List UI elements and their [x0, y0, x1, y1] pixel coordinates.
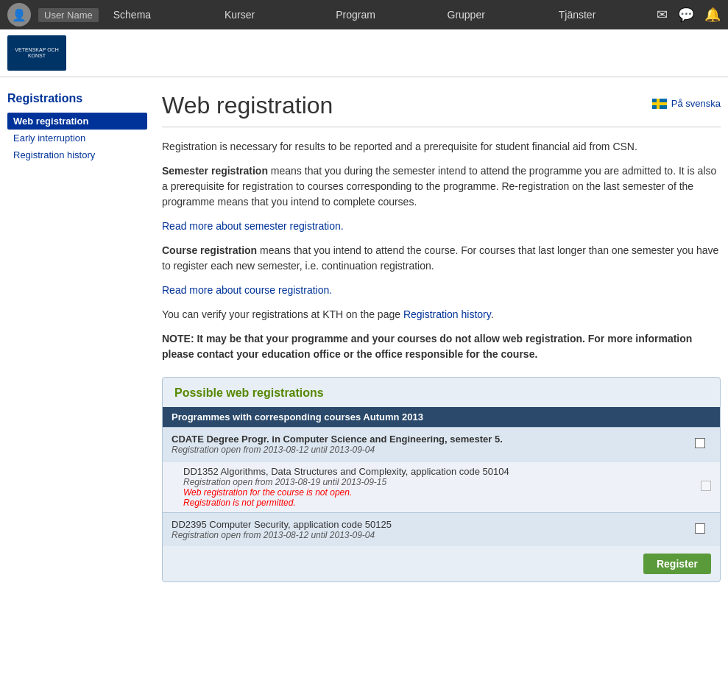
course2-details: DD2395 Computer Security, application co… — [163, 513, 680, 547]
course1-error1: Web registration for the course is not o… — [183, 487, 671, 498]
nav-schema[interactable]: Schema — [113, 9, 211, 21]
sidebar-title: Registrations — [7, 92, 147, 105]
logobar: VETENSKAP OCH KONST — [0, 29, 728, 77]
content-body: Registration is necessary for results to… — [162, 139, 721, 582]
mail-icon[interactable]: ✉ — [657, 7, 668, 23]
read-semester-link[interactable]: Read more about semester registration. — [162, 220, 344, 232]
possible-registrations-box: Possible web registrations Programmes wi… — [162, 377, 721, 582]
course1-dates: Registration open from 2013-08-19 until … — [183, 477, 671, 487]
sidebar-item-web-registration[interactable]: Web registration — [7, 113, 147, 130]
bell-icon[interactable]: 🔔 — [704, 7, 721, 23]
verify-end: . — [491, 308, 494, 320]
course-paragraph: Course registration means that you inten… — [162, 243, 721, 274]
nav-grupper[interactable]: Grupper — [448, 9, 545, 21]
note-paragraph: NOTE: It may be that your programme and … — [162, 331, 721, 362]
registration-table: Programmes with corresponding courses Au… — [163, 407, 720, 546]
read-course-link-para: Read more about course registration. — [162, 283, 721, 298]
read-course-link[interactable]: Read more about course registration. — [162, 284, 332, 296]
logo-text: VETENSKAP OCH KONST — [10, 47, 63, 60]
main-container: Registrations Web registration Early int… — [0, 77, 728, 597]
programme-details: CDATE Degree Progr. in Computer Science … — [163, 428, 680, 462]
nav-links: Schema Kurser Program Grupper Tjänster — [113, 9, 657, 21]
avatar: 👤 — [7, 3, 31, 26]
sweden-flag-icon — [652, 99, 667, 109]
programme-checkbox-cell — [680, 428, 720, 462]
table-header: Programmes with corresponding courses Au… — [163, 407, 720, 428]
kth-logo: VETENSKAP OCH KONST — [7, 35, 66, 71]
user-name: User Name — [38, 8, 99, 22]
programme-name: CDATE Degree Progr. in Computer Science … — [172, 434, 671, 445]
language-label: På svenska — [671, 98, 721, 109]
content-area: Web registration På svenska Registration… — [162, 92, 721, 582]
verify-text: You can verify your registrations at KTH… — [162, 308, 403, 320]
course2-checkbox-cell — [680, 513, 720, 547]
course1-error2: Registration is not permitted. — [183, 498, 671, 508]
course2-checkbox[interactable] — [695, 523, 705, 534]
nav-kurser[interactable]: Kurser — [225, 9, 322, 21]
intro-paragraph: Registration is necessary for results to… — [162, 139, 721, 155]
registration-history-link[interactable]: Registration history — [403, 308, 491, 320]
sidebar-item-registration-history[interactable]: Registration history — [7, 146, 147, 163]
content-header: Web registration På svenska — [162, 92, 721, 127]
table-row: CDATE Degree Progr. in Computer Science … — [163, 428, 720, 462]
topnav-icons: ✉ 💬 🔔 — [657, 7, 721, 23]
verify-paragraph: You can verify your registrations at KTH… — [162, 307, 721, 322]
read-semester-link-para: Read more about semester registration. — [162, 219, 721, 234]
reg-footer: Register — [163, 546, 720, 581]
language-switch[interactable]: På svenska — [652, 98, 721, 109]
course2-name: DD2395 Computer Security, application co… — [172, 519, 671, 530]
table-row: DD2395 Computer Security, application co… — [163, 513, 720, 547]
nav-program[interactable]: Program — [336, 9, 434, 21]
top-navigation: 👤 User Name Schema Kurser Program Gruppe… — [0, 0, 728, 29]
course1-checkbox-cell — [680, 462, 720, 513]
course1-name: DD1352 Algorithms, Data Structures and C… — [183, 466, 671, 477]
course-label: Course registration — [162, 244, 257, 256]
table-row: DD1352 Algorithms, Data Structures and C… — [163, 462, 720, 513]
page-title: Web registration — [162, 92, 333, 119]
nav-tjanster[interactable]: Tjänster — [559, 9, 657, 21]
course1-details: DD1352 Algorithms, Data Structures and C… — [163, 462, 680, 513]
course2-dates: Registration open from 2013-08-12 until … — [172, 530, 671, 540]
chat-icon[interactable]: 💬 — [678, 7, 694, 23]
register-button[interactable]: Register — [643, 554, 711, 574]
reg-box-title: Possible web registrations — [163, 378, 720, 407]
note-text: NOTE: It may be that your programme and … — [162, 333, 692, 360]
course1-checkbox[interactable] — [701, 481, 711, 491]
sidebar: Registrations Web registration Early int… — [7, 92, 147, 582]
programme-checkbox[interactable] — [695, 438, 705, 448]
sidebar-item-early-interruption[interactable]: Early interruption — [7, 130, 147, 146]
programme-dates: Registration open from 2013-08-12 until … — [172, 445, 671, 455]
semester-label: Semester registration — [162, 165, 268, 177]
semester-paragraph: Semester registration means that you dur… — [162, 163, 721, 210]
